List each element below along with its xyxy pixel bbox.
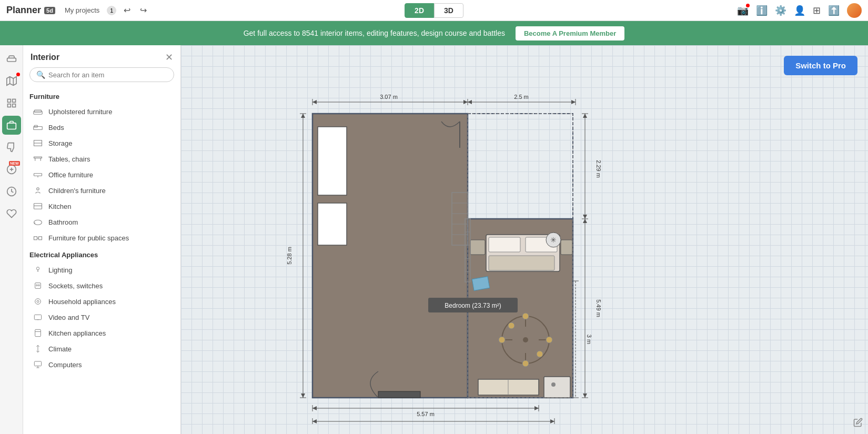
grid-icon[interactable]: ⊞ bbox=[813, 5, 821, 16]
list-item[interactable]: Beds bbox=[29, 119, 174, 135]
storage-icon bbox=[33, 138, 43, 148]
panel-search-box[interactable]: 🔍 bbox=[29, 67, 174, 82]
svg-rect-96 bbox=[318, 203, 347, 245]
banner-text: Get full access to 8541 interior items, … bbox=[244, 29, 505, 37]
category-label: Storage bbox=[48, 139, 73, 147]
switch-to-pro-button[interactable]: Switch to Pro bbox=[784, 56, 857, 75]
svg-rect-40 bbox=[34, 315, 41, 319]
list-item[interactable]: Storage bbox=[29, 135, 174, 151]
list-item[interactable]: Computers bbox=[29, 357, 174, 372]
list-item[interactable]: Household appliances bbox=[29, 294, 174, 309]
svg-marker-1 bbox=[6, 77, 16, 86]
svg-rect-6 bbox=[7, 104, 11, 107]
avatar[interactable] bbox=[847, 3, 862, 18]
svg-rect-42 bbox=[35, 329, 41, 336]
share-icon[interactable]: ⬆️ bbox=[828, 5, 840, 16]
promo-banner: Get full access to 8541 interior items, … bbox=[0, 21, 868, 45]
category-label: Kitchen appliances bbox=[48, 329, 106, 337]
svg-text:2.5 m: 2.5 m bbox=[514, 94, 529, 100]
sidebar-item-catalog[interactable] bbox=[2, 94, 21, 113]
category-label: Kitchen bbox=[48, 203, 71, 210]
project-count: 1 bbox=[107, 6, 116, 15]
svg-marker-58 bbox=[571, 100, 576, 104]
redo-button[interactable]: ↪ bbox=[138, 3, 149, 17]
category-label: Office furniture bbox=[48, 171, 93, 179]
list-item[interactable]: Sockets, switches bbox=[29, 278, 174, 294]
list-item[interactable]: Video and TV bbox=[29, 309, 174, 325]
category-label: Tables, chairs bbox=[48, 155, 90, 163]
list-item[interactable]: Lighting bbox=[29, 262, 174, 278]
view-2d-button[interactable]: 2D bbox=[405, 3, 434, 18]
sidebar-item-interior[interactable] bbox=[2, 116, 21, 135]
tv-icon bbox=[33, 312, 43, 322]
sidebar-item-history[interactable] bbox=[2, 182, 21, 201]
svg-rect-13 bbox=[34, 111, 43, 114]
svg-text:✳: ✳ bbox=[550, 236, 557, 244]
svg-text:2.29 m: 2.29 m bbox=[596, 160, 602, 178]
premium-button[interactable]: Become A Premium Member bbox=[516, 26, 624, 41]
svg-rect-95 bbox=[318, 127, 347, 195]
list-item[interactable]: Bathroom bbox=[29, 214, 174, 230]
panel-header: Interior ✕ bbox=[23, 45, 180, 67]
svg-text:Bedroom (23.73 m²): Bedroom (23.73 m²) bbox=[445, 302, 501, 309]
list-item[interactable]: Office furniture bbox=[29, 167, 174, 183]
category-label: Children's furniture bbox=[48, 187, 106, 195]
svg-rect-22 bbox=[34, 174, 42, 176]
user-settings-icon[interactable]: 👤 bbox=[794, 5, 805, 16]
public-icon bbox=[33, 233, 43, 243]
sidebar-item-dislike[interactable] bbox=[2, 138, 21, 157]
list-item[interactable]: Climate bbox=[29, 341, 174, 357]
canvas-area[interactable]: Switch to Pro 3.07 m 2.5 m 2.29 m bbox=[181, 45, 868, 434]
socket-icon bbox=[33, 280, 43, 291]
view-toggle: 2D 3D bbox=[405, 3, 463, 18]
settings-icon[interactable]: ⚙️ bbox=[775, 5, 786, 16]
sidebar-item-furniture[interactable] bbox=[2, 49, 21, 68]
svg-marker-75 bbox=[301, 393, 305, 398]
list-item[interactable]: Tables, chairs bbox=[29, 151, 174, 167]
list-item[interactable]: Furniture for public spaces bbox=[29, 230, 174, 246]
svg-marker-64 bbox=[583, 215, 587, 219]
svg-rect-25 bbox=[34, 204, 42, 209]
list-item[interactable]: Upholstered furniture bbox=[29, 104, 174, 119]
furniture-header: Furniture bbox=[29, 93, 174, 100]
panel-close-button[interactable]: ✕ bbox=[165, 52, 173, 63]
left-sidebar: NEW bbox=[0, 45, 23, 434]
climate-icon bbox=[33, 344, 43, 354]
svg-rect-125 bbox=[544, 377, 570, 398]
svg-rect-104 bbox=[489, 237, 520, 252]
app-name: Planner bbox=[6, 5, 41, 16]
sidebar-item-favorites[interactable] bbox=[2, 204, 21, 223]
svg-text:5.49 m: 5.49 m bbox=[596, 299, 602, 317]
info-icon[interactable]: ℹ️ bbox=[756, 5, 768, 16]
list-item[interactable]: Children's furniture bbox=[29, 183, 174, 198]
list-item[interactable]: Kitchen appliances bbox=[29, 325, 174, 341]
search-input[interactable] bbox=[48, 71, 167, 79]
list-item[interactable]: Kitchen bbox=[29, 198, 174, 214]
app-logo[interactable]: Planner 5d bbox=[6, 5, 55, 16]
svg-point-126 bbox=[551, 382, 556, 387]
sidebar-item-new[interactable]: NEW bbox=[2, 160, 21, 179]
svg-rect-15 bbox=[34, 127, 43, 130]
undo-button[interactable]: ↩ bbox=[122, 3, 133, 17]
svg-point-121 bbox=[508, 322, 514, 329]
sidebar-item-map[interactable] bbox=[2, 72, 21, 90]
bathroom-icon bbox=[33, 217, 43, 227]
my-projects-link[interactable]: My projects bbox=[65, 6, 99, 14]
kitchen-icon bbox=[33, 201, 43, 211]
svg-rect-7 bbox=[12, 104, 15, 107]
edit-corner-icon[interactable] bbox=[853, 418, 863, 429]
svg-rect-131 bbox=[378, 391, 420, 398]
svg-rect-108 bbox=[561, 240, 572, 255]
svg-marker-57 bbox=[468, 100, 472, 104]
floor-plan-svg[interactable]: 3.07 m 2.5 m 2.29 m 5.49 m bbox=[260, 87, 618, 424]
svg-point-118 bbox=[522, 360, 529, 367]
svg-text:3.07 m: 3.07 m bbox=[380, 94, 398, 100]
svg-rect-19 bbox=[34, 157, 42, 158]
svg-rect-106 bbox=[489, 256, 554, 270]
view-3d-button[interactable]: 3D bbox=[434, 3, 463, 18]
svg-rect-130 bbox=[472, 277, 489, 291]
svg-rect-35 bbox=[35, 283, 41, 289]
bed-icon bbox=[33, 122, 43, 133]
svg-point-37 bbox=[38, 285, 40, 286]
camera-icon[interactable]: 📷 bbox=[737, 5, 749, 16]
